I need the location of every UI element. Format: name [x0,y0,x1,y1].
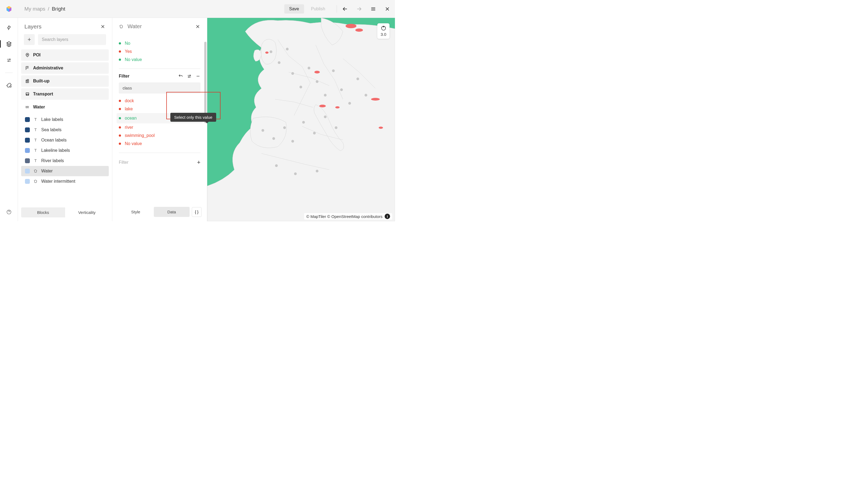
swatch-icon [25,117,30,122]
layer-group-water[interactable]: Water [21,101,109,113]
redo-icon [355,5,363,13]
layers-panel-close-icon[interactable] [100,24,105,29]
layer-item-ocean-labels[interactable]: Ocean labels [21,135,109,145]
save-button[interactable]: Save [284,4,304,13]
rail-bolt-icon[interactable] [4,23,14,33]
breadcrumb-current: Bright [52,6,65,12]
filter-val-river[interactable]: river [119,123,200,131]
detail-close-icon[interactable] [195,24,200,29]
svg-point-9 [190,75,191,76]
filter-section-title: Filter [119,74,178,78]
polygon-type-icon [33,169,38,173]
svg-point-10 [188,77,189,77]
text-type-icon [33,138,38,142]
mode-tabs: Style Data [118,207,190,217]
building-icon [25,78,30,84]
filter-field-chip[interactable]: class [119,83,200,94]
map-canvas[interactable]: 3.0 © MapTiler © OpenStreetMap contribut… [207,18,395,221]
add-filter-button[interactable]: + [197,159,200,166]
swatch-icon [25,127,30,132]
swatch-icon [25,138,30,142]
swatch-icon [25,169,30,173]
svg-point-12 [355,29,363,32]
text-type-icon [33,158,38,163]
add-layer-button[interactable]: + [24,34,35,45]
bus-icon [25,92,30,97]
layer-item-lake-labels[interactable]: Lake labels [21,115,109,125]
svg-point-11 [346,24,356,28]
filter-val-dock[interactable]: dock [119,97,200,105]
svg-point-18 [265,52,269,54]
svg-point-7 [27,95,27,95]
swatch-icon [25,148,30,153]
info-icon[interactable]: i [384,214,390,219]
map-svg [207,18,395,221]
layer-group-poi[interactable]: POI [21,50,109,61]
layers-panel-footer: Blocks Verticality [18,204,112,221]
layer-list: POI Administrative Built-up Transport Wa… [18,50,112,204]
layer-group-built[interactable]: Built-up [21,75,109,87]
tool-rail [0,18,18,221]
mode-tab-style[interactable]: Style [118,207,154,217]
svg-point-0 [9,59,10,60]
flag-icon [25,66,30,70]
menu-icon[interactable] [369,5,377,13]
val-item-no[interactable]: No [119,39,200,47]
footer-tab-verticality[interactable]: Verticality [65,207,109,218]
text-type-icon [33,127,38,132]
breadcrumb-sep: / [48,6,49,12]
text-type-icon [33,148,38,153]
add-filter-label: Filter [119,160,197,165]
val-item-yes[interactable]: Yes [119,47,200,56]
breadcrumb[interactable]: My maps / Bright [24,6,65,12]
svg-point-17 [379,127,383,129]
layers-panel-title: Layers [24,23,100,30]
filter-reset-icon[interactable] [178,74,183,78]
svg-point-13 [314,71,320,73]
search-layers-input[interactable] [38,34,106,45]
filter-val-pool[interactable]: swimming_pool [119,131,200,140]
detail-title: Water [127,23,191,30]
polygon-icon [119,24,124,29]
rail-help-icon[interactable] [4,207,14,217]
layer-item-water-intermittent[interactable]: Water intermittent [21,176,109,187]
zoom-badge[interactable]: 3.0 [377,23,390,39]
zoom-value: 3.0 [380,32,386,37]
app-logo-icon [5,5,12,12]
rail-sliders-icon[interactable] [4,55,14,65]
pin-icon [25,53,30,58]
filter-remove-icon[interactable] [195,74,200,78]
layer-item-sea-labels[interactable]: Sea labels [21,125,109,135]
svg-point-8 [28,95,29,95]
svg-point-3 [27,54,28,55]
svg-point-16 [371,98,380,101]
map-attribution: © MapTiler © OpenStreetMap contributors … [304,213,392,220]
val-item-novalue[interactable]: No value [119,56,200,64]
svg-point-15 [335,106,340,108]
filter-settings-icon[interactable] [187,74,192,78]
logo-wrap [0,0,18,18]
rail-puzzle-icon[interactable] [4,80,14,90]
layer-item-lakeline-labels[interactable]: Lakeline labels [21,145,109,156]
layer-group-transport[interactable]: Transport [21,88,109,100]
layer-group-admin[interactable]: Administrative [21,62,109,74]
breadcrumb-root[interactable]: My maps [24,6,45,12]
polygon-type-icon [33,179,38,184]
compass-icon [381,26,386,31]
filter-val-lake[interactable]: lake [119,105,200,113]
layer-item-river-labels[interactable]: River labels [21,156,109,166]
undo-icon[interactable] [341,5,349,13]
json-toggle-button[interactable]: { } [192,207,202,217]
swatch-icon [25,179,30,184]
header-actions [337,5,391,13]
mode-tab-data[interactable]: Data [154,207,190,217]
layers-panel: Layers + POI Administrative Built-up [18,18,112,221]
publish-button: Publish [306,4,330,13]
rail-layers-icon[interactable] [4,39,14,49]
swatch-icon [25,158,30,163]
footer-tab-blocks[interactable]: Blocks [21,207,65,218]
tooltip: Select only this value [170,113,216,122]
close-app-icon[interactable] [383,5,391,13]
layer-item-water[interactable]: Water [21,166,109,176]
filter-val-novalue[interactable]: No value [119,140,200,148]
